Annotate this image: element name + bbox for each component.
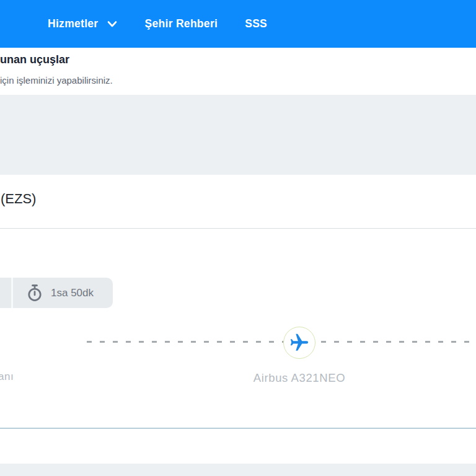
search-widget-band <box>0 95 476 175</box>
top-navigation-bar: Hizmetler Şehir Rehberi SSS <box>0 0 476 48</box>
plane-circle <box>283 327 315 359</box>
airport-code: (EZS) <box>1 191 36 207</box>
aircraft-type-label: Airbus A321NEO <box>253 371 345 385</box>
duration-badge: 1sa 50dk <box>0 278 113 308</box>
flight-results-page: Hizmetler Şehir Rehberi SSS unan uçuşlar… <box>0 0 476 476</box>
nav-item-hizmetler-label: Hizmetler <box>48 17 98 30</box>
chevron-down-icon <box>107 20 117 28</box>
results-title: unan uçuşlar <box>0 53 69 66</box>
stopwatch-icon <box>26 284 43 302</box>
origin-airport-label: anı <box>0 371 14 383</box>
nav-item-sss[interactable]: SSS <box>245 17 267 30</box>
nav-item-hizmetler[interactable]: Hizmetler <box>48 17 117 30</box>
route-divider <box>0 228 476 229</box>
nav-item-sehir-rehberi-label: Şehir Rehberi <box>144 17 218 30</box>
flight-path-dashed-line <box>87 341 476 343</box>
airplane-icon <box>289 332 310 353</box>
duration-text: 1sa 50dk <box>51 287 94 299</box>
bottom-gray-strip <box>0 464 476 476</box>
nav-menu: Hizmetler Şehir Rehberi SSS <box>0 17 267 30</box>
badge-separator <box>11 278 13 308</box>
nav-item-sehir-rehberi[interactable]: Şehir Rehberi <box>144 17 218 30</box>
card-bottom-edge <box>0 428 476 429</box>
results-subtitle: için işleminizi yapabilirsiniz. <box>0 75 113 86</box>
nav-item-sss-label: SSS <box>245 17 267 30</box>
